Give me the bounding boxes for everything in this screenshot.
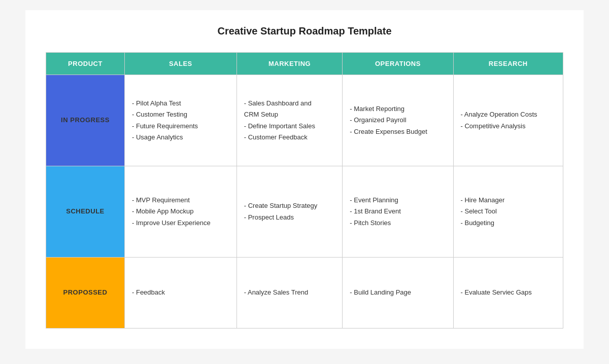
header-row: PRODUCTSALESMARKETINGOPERATIONSRESEARCH xyxy=(46,53,563,75)
column-header-sales: SALES xyxy=(125,53,237,75)
column-header-product: PRODUCT xyxy=(46,53,125,75)
cell-2-3: - Evaluate Serviec Gaps xyxy=(453,258,563,329)
cell-0-3: - Analyze Operation Costs- Competitive A… xyxy=(453,75,563,166)
table-row: PROPOSSED- Feedback- Analyze Sales Trend… xyxy=(46,258,563,329)
row-header-in-progress: IN PROGRESS xyxy=(46,75,125,166)
table-row: SCHEDULE- MVP Requirement- Mobile App Mo… xyxy=(46,166,563,258)
cell-1-2: - Event Planning- 1st Brand Event- Pitch… xyxy=(343,166,453,258)
roadmap-table: PRODUCTSALESMARKETINGOPERATIONSRESEARCH … xyxy=(46,52,563,329)
cell-1-1: - Create Startup Strategy- Prospect Lead… xyxy=(236,166,343,258)
cell-1-0: - MVP Requirement- Mobile App Mockup- Im… xyxy=(125,166,237,258)
cell-2-0: - Feedback xyxy=(125,258,237,329)
page-wrapper: Creative Startup Roadmap Template PRODUC… xyxy=(25,10,584,349)
column-header-research: RESEARCH xyxy=(453,53,563,75)
table-row: IN PROGRESS- Pilot Alpha Test- Customer … xyxy=(46,75,563,166)
cell-0-2: - Market Reporting- Organized Payroll- C… xyxy=(343,75,453,166)
page-title: Creative Startup Roadmap Template xyxy=(46,25,563,37)
cell-2-2: - Build Landing Page xyxy=(343,258,453,329)
cell-2-1: - Analyze Sales Trend xyxy=(236,258,343,329)
column-header-marketing: MARKETING xyxy=(236,53,343,75)
cell-0-1: - Sales Dashboard and CRM Setup- Define … xyxy=(236,75,343,166)
column-header-operations: OPERATIONS xyxy=(343,53,453,75)
row-header-schedule: SCHEDULE xyxy=(46,166,125,258)
cell-1-3: - Hire Manager- Select Tool- Budgeting xyxy=(453,166,563,258)
cell-0-0: - Pilot Alpha Test- Customer Testing- Fu… xyxy=(125,75,237,166)
row-header-propossed: PROPOSSED xyxy=(46,258,125,329)
